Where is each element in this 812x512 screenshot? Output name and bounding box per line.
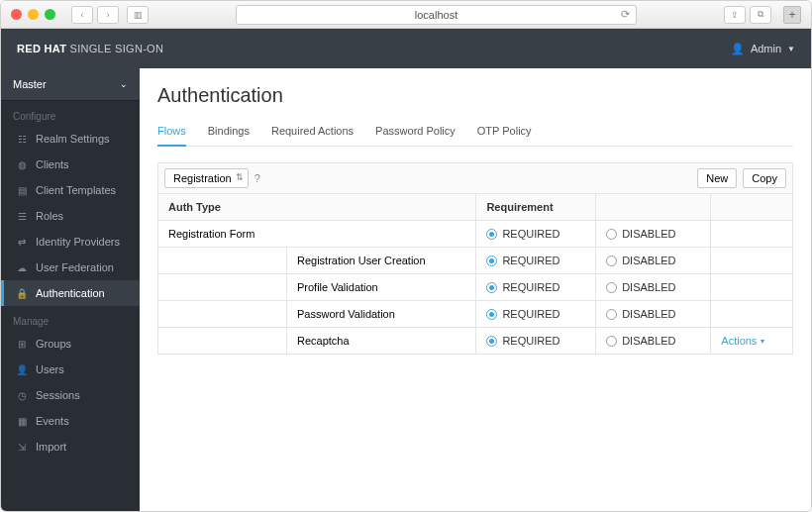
sidebar-item-roles[interactable]: ☰Roles	[1, 203, 140, 229]
sliders-icon: ☷	[16, 134, 28, 145]
radio-disabled-icon[interactable]	[606, 309, 617, 320]
requirement-cell[interactable]: REQUIRED	[476, 221, 596, 248]
auth-type-cell: Registration Form	[158, 221, 476, 248]
sidebar-section-manage: Manage	[1, 306, 140, 331]
sidebar-item-import[interactable]: ⇲Import	[1, 434, 140, 460]
actions-dropdown[interactable]: Actions▾	[721, 335, 782, 347]
user-label: Admin	[751, 43, 781, 54]
link-icon: ⇄	[16, 237, 28, 248]
new-tab-button[interactable]: +	[783, 6, 801, 24]
sidebar-item-user-federation[interactable]: ☁User Federation	[1, 255, 140, 280]
brand-thin: SINGLE SIGN-ON	[70, 43, 164, 54]
url-bar[interactable]: localhost ⟳	[236, 5, 637, 25]
auth-type-cell: Recaptcha	[287, 328, 476, 355]
clock-icon: ◷	[16, 390, 28, 401]
radio-required-icon[interactable]	[486, 256, 497, 266]
share-button[interactable]: ⇪	[724, 6, 746, 24]
radio-disabled-icon[interactable]	[606, 282, 617, 293]
actions-cell	[711, 221, 793, 248]
requirement-cell[interactable]: REQUIRED	[476, 274, 596, 301]
tab-otp-policy[interactable]: OTP Policy	[477, 117, 532, 147]
sidebar-item-events[interactable]: ▦Events	[1, 408, 140, 434]
help-icon[interactable]: ?	[254, 172, 260, 184]
tab-flows[interactable]: Flows	[157, 117, 186, 147]
reload-icon[interactable]: ⟳	[621, 8, 630, 21]
actions-cell	[711, 248, 793, 274]
sidebar-item-authentication[interactable]: 🔒Authentication	[1, 280, 140, 306]
disabled-cell[interactable]: DISABLED	[596, 248, 711, 274]
flow-toolbar: Registration ? New Copy	[157, 162, 793, 194]
copy-button[interactable]: Copy	[743, 168, 786, 188]
sidebar-item-client-templates[interactable]: ▤Client Templates	[1, 177, 140, 203]
sidebar-item-users[interactable]: 👤Users	[1, 357, 140, 382]
forward-button[interactable]: ›	[97, 6, 119, 24]
col-requirement: Requirement	[476, 194, 596, 221]
federation-icon: ☁	[16, 262, 28, 273]
col-actions	[711, 194, 793, 221]
actions-cell	[711, 301, 793, 328]
page-title: Authentication	[157, 84, 793, 107]
tab-password-policy[interactable]: Password Policy	[375, 117, 456, 147]
roles-icon: ☰	[16, 211, 28, 222]
disabled-cell[interactable]: DISABLED	[596, 221, 711, 248]
actions-cell	[711, 274, 793, 301]
requirement-cell[interactable]: REQUIRED	[476, 301, 596, 328]
radio-required-icon[interactable]	[486, 229, 497, 240]
realm-name: Master	[13, 78, 47, 90]
requirement-cell[interactable]: REQUIRED	[476, 248, 596, 274]
brand: RED HAT SINGLE SIGN-ON	[17, 43, 163, 54]
disabled-cell[interactable]: DISABLED	[596, 301, 711, 328]
tab-required-actions[interactable]: Required Actions	[271, 117, 354, 147]
auth-type-cell: Registration User Creation	[287, 248, 476, 274]
radio-required-icon[interactable]	[486, 282, 497, 293]
flow-table: Auth Type Requirement Registration Form …	[157, 194, 793, 355]
template-icon: ▤	[16, 185, 28, 196]
zoom-icon[interactable]	[45, 9, 55, 20]
sidebar: Master ⌄ Configure ☷Realm Settings ◍Clie…	[1, 68, 140, 511]
auth-type-cell: Profile Validation	[287, 274, 476, 301]
sidebar-item-identity-providers[interactable]: ⇄Identity Providers	[1, 229, 140, 255]
flow-select[interactable]: Registration	[164, 168, 249, 188]
table-row: Registration Form REQUIRED DISABLED	[158, 221, 793, 248]
chevron-down-icon: ⌄	[120, 79, 128, 89]
indent-cell	[158, 248, 287, 274]
auth-type-cell: Password Validation	[287, 301, 476, 328]
col-disabled	[596, 194, 711, 221]
radio-required-icon[interactable]	[486, 336, 497, 347]
user-icon: 👤	[16, 364, 28, 375]
sidebar-section-configure: Configure	[1, 101, 140, 126]
disabled-cell[interactable]: DISABLED	[596, 274, 711, 301]
requirement-cell[interactable]: REQUIRED	[476, 328, 596, 355]
radio-disabled-icon[interactable]	[606, 336, 617, 347]
radio-disabled-icon[interactable]	[606, 229, 617, 240]
indent-cell	[158, 328, 287, 355]
main-content: Authentication Flows Bindings Required A…	[140, 68, 811, 511]
brand-bold: RED HAT	[17, 43, 66, 54]
table-row: Recaptcha REQUIRED DISABLED Actions▾	[158, 328, 793, 355]
tab-bindings[interactable]: Bindings	[208, 117, 250, 147]
sidebar-item-clients[interactable]: ◍Clients	[1, 152, 140, 177]
titlebar: ‹ › ▥ localhost ⟳ ⇪ ⧉ +	[1, 1, 811, 29]
table-row: Registration User Creation REQUIRED DISA…	[158, 248, 793, 274]
close-icon[interactable]	[11, 9, 22, 20]
table-row: Password Validation REQUIRED DISABLED	[158, 301, 793, 328]
clients-icon: ◍	[16, 159, 28, 170]
radio-disabled-icon[interactable]	[606, 256, 617, 266]
disabled-cell[interactable]: DISABLED	[596, 328, 711, 355]
sidebar-item-groups[interactable]: ⊞Groups	[1, 331, 140, 357]
tabs-button[interactable]: ⧉	[750, 6, 771, 24]
sidebar-item-sessions[interactable]: ◷Sessions	[1, 382, 140, 408]
calendar-icon: ▦	[16, 416, 28, 427]
new-button[interactable]: New	[697, 168, 737, 188]
minimize-icon[interactable]	[28, 9, 39, 20]
realm-selector[interactable]: Master ⌄	[1, 68, 140, 101]
user-menu[interactable]: 👤 Admin ▼	[731, 43, 795, 55]
lock-icon: 🔒	[16, 288, 28, 299]
actions-cell[interactable]: Actions▾	[711, 328, 793, 355]
sidebar-item-realm-settings[interactable]: ☷Realm Settings	[1, 126, 140, 152]
radio-required-icon[interactable]	[486, 309, 497, 320]
group-icon: ⊞	[16, 339, 28, 350]
back-button[interactable]: ‹	[71, 6, 93, 24]
sidebar-toggle-button[interactable]: ▥	[127, 6, 149, 24]
indent-cell	[158, 301, 287, 328]
